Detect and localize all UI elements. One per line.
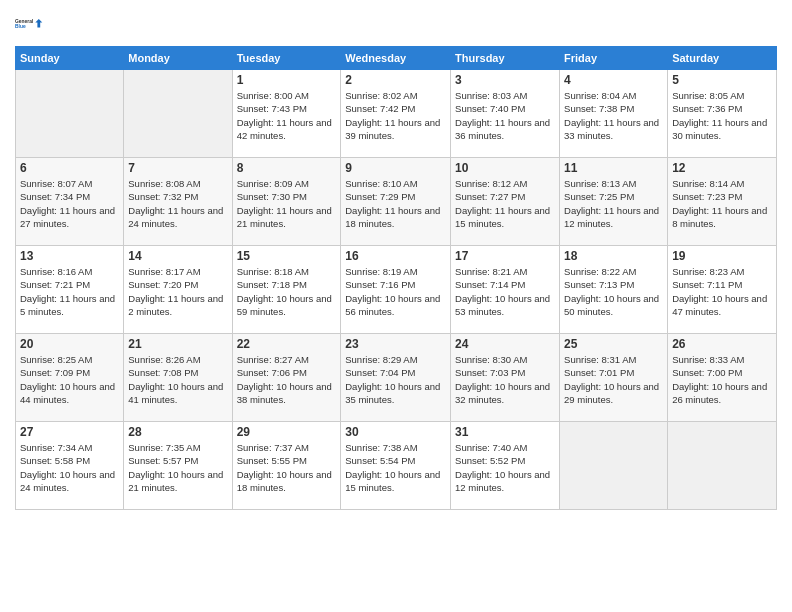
day-number: 27: [20, 425, 119, 439]
day-info: Sunrise: 8:03 AM Sunset: 7:40 PM Dayligh…: [455, 89, 555, 142]
day-info: Sunrise: 8:14 AM Sunset: 7:23 PM Dayligh…: [672, 177, 772, 230]
day-info: Sunrise: 8:09 AM Sunset: 7:30 PM Dayligh…: [237, 177, 337, 230]
day-number: 23: [345, 337, 446, 351]
calendar-cell: [16, 70, 124, 158]
day-info: Sunrise: 8:29 AM Sunset: 7:04 PM Dayligh…: [345, 353, 446, 406]
day-info: Sunrise: 8:19 AM Sunset: 7:16 PM Dayligh…: [345, 265, 446, 318]
day-info: Sunrise: 8:22 AM Sunset: 7:13 PM Dayligh…: [564, 265, 663, 318]
day-number: 29: [237, 425, 337, 439]
calendar-cell: 30Sunrise: 7:38 AM Sunset: 5:54 PM Dayli…: [341, 422, 451, 510]
calendar-cell: [560, 422, 668, 510]
calendar-cell: 18Sunrise: 8:22 AM Sunset: 7:13 PM Dayli…: [560, 246, 668, 334]
day-number: 22: [237, 337, 337, 351]
calendar-cell: 8Sunrise: 8:09 AM Sunset: 7:30 PM Daylig…: [232, 158, 341, 246]
day-number: 21: [128, 337, 227, 351]
svg-text:General: General: [15, 19, 34, 24]
weekday-header: Saturday: [668, 47, 777, 70]
day-number: 3: [455, 73, 555, 87]
calendar-cell: 21Sunrise: 8:26 AM Sunset: 7:08 PM Dayli…: [124, 334, 232, 422]
day-info: Sunrise: 8:27 AM Sunset: 7:06 PM Dayligh…: [237, 353, 337, 406]
day-info: Sunrise: 7:35 AM Sunset: 5:57 PM Dayligh…: [128, 441, 227, 494]
calendar-cell: 16Sunrise: 8:19 AM Sunset: 7:16 PM Dayli…: [341, 246, 451, 334]
day-number: 20: [20, 337, 119, 351]
day-info: Sunrise: 7:38 AM Sunset: 5:54 PM Dayligh…: [345, 441, 446, 494]
logo-icon: GeneralBlue: [15, 10, 43, 38]
logo: GeneralBlue: [15, 10, 43, 38]
day-info: Sunrise: 8:13 AM Sunset: 7:25 PM Dayligh…: [564, 177, 663, 230]
day-info: Sunrise: 8:05 AM Sunset: 7:36 PM Dayligh…: [672, 89, 772, 142]
page-header: GeneralBlue: [15, 10, 777, 38]
weekday-header: Wednesday: [341, 47, 451, 70]
svg-text:Blue: Blue: [15, 24, 26, 29]
calendar-cell: 2Sunrise: 8:02 AM Sunset: 7:42 PM Daylig…: [341, 70, 451, 158]
day-number: 14: [128, 249, 227, 263]
day-number: 25: [564, 337, 663, 351]
weekday-header: Sunday: [16, 47, 124, 70]
day-info: Sunrise: 8:21 AM Sunset: 7:14 PM Dayligh…: [455, 265, 555, 318]
day-number: 5: [672, 73, 772, 87]
day-number: 6: [20, 161, 119, 175]
day-number: 19: [672, 249, 772, 263]
calendar-cell: 15Sunrise: 8:18 AM Sunset: 7:18 PM Dayli…: [232, 246, 341, 334]
calendar-cell: 17Sunrise: 8:21 AM Sunset: 7:14 PM Dayli…: [451, 246, 560, 334]
day-info: Sunrise: 8:23 AM Sunset: 7:11 PM Dayligh…: [672, 265, 772, 318]
day-number: 11: [564, 161, 663, 175]
day-info: Sunrise: 8:10 AM Sunset: 7:29 PM Dayligh…: [345, 177, 446, 230]
day-number: 15: [237, 249, 337, 263]
day-info: Sunrise: 8:33 AM Sunset: 7:00 PM Dayligh…: [672, 353, 772, 406]
weekday-header: Monday: [124, 47, 232, 70]
day-number: 1: [237, 73, 337, 87]
calendar-cell: 6Sunrise: 8:07 AM Sunset: 7:34 PM Daylig…: [16, 158, 124, 246]
day-info: Sunrise: 8:18 AM Sunset: 7:18 PM Dayligh…: [237, 265, 337, 318]
calendar-cell: 4Sunrise: 8:04 AM Sunset: 7:38 PM Daylig…: [560, 70, 668, 158]
calendar-cell: 13Sunrise: 8:16 AM Sunset: 7:21 PM Dayli…: [16, 246, 124, 334]
day-info: Sunrise: 8:12 AM Sunset: 7:27 PM Dayligh…: [455, 177, 555, 230]
calendar-cell: 1Sunrise: 8:00 AM Sunset: 7:43 PM Daylig…: [232, 70, 341, 158]
day-number: 16: [345, 249, 446, 263]
day-info: Sunrise: 8:16 AM Sunset: 7:21 PM Dayligh…: [20, 265, 119, 318]
day-info: Sunrise: 8:08 AM Sunset: 7:32 PM Dayligh…: [128, 177, 227, 230]
day-info: Sunrise: 8:02 AM Sunset: 7:42 PM Dayligh…: [345, 89, 446, 142]
day-number: 28: [128, 425, 227, 439]
day-info: Sunrise: 7:37 AM Sunset: 5:55 PM Dayligh…: [237, 441, 337, 494]
weekday-header-row: SundayMondayTuesdayWednesdayThursdayFrid…: [16, 47, 777, 70]
calendar-cell: 29Sunrise: 7:37 AM Sunset: 5:55 PM Dayli…: [232, 422, 341, 510]
weekday-header: Friday: [560, 47, 668, 70]
calendar-cell: 23Sunrise: 8:29 AM Sunset: 7:04 PM Dayli…: [341, 334, 451, 422]
day-number: 26: [672, 337, 772, 351]
weekday-header: Tuesday: [232, 47, 341, 70]
day-info: Sunrise: 8:00 AM Sunset: 7:43 PM Dayligh…: [237, 89, 337, 142]
day-number: 18: [564, 249, 663, 263]
calendar-cell: 26Sunrise: 8:33 AM Sunset: 7:00 PM Dayli…: [668, 334, 777, 422]
day-info: Sunrise: 8:07 AM Sunset: 7:34 PM Dayligh…: [20, 177, 119, 230]
day-number: 7: [128, 161, 227, 175]
calendar-table: SundayMondayTuesdayWednesdayThursdayFrid…: [15, 46, 777, 510]
calendar-cell: 19Sunrise: 8:23 AM Sunset: 7:11 PM Dayli…: [668, 246, 777, 334]
day-info: Sunrise: 8:17 AM Sunset: 7:20 PM Dayligh…: [128, 265, 227, 318]
day-number: 8: [237, 161, 337, 175]
day-info: Sunrise: 8:25 AM Sunset: 7:09 PM Dayligh…: [20, 353, 119, 406]
day-number: 30: [345, 425, 446, 439]
calendar-cell: [124, 70, 232, 158]
calendar-week-row: 20Sunrise: 8:25 AM Sunset: 7:09 PM Dayli…: [16, 334, 777, 422]
day-number: 10: [455, 161, 555, 175]
day-info: Sunrise: 8:30 AM Sunset: 7:03 PM Dayligh…: [455, 353, 555, 406]
calendar-cell: 9Sunrise: 8:10 AM Sunset: 7:29 PM Daylig…: [341, 158, 451, 246]
calendar-week-row: 27Sunrise: 7:34 AM Sunset: 5:58 PM Dayli…: [16, 422, 777, 510]
day-number: 13: [20, 249, 119, 263]
calendar-cell: 14Sunrise: 8:17 AM Sunset: 7:20 PM Dayli…: [124, 246, 232, 334]
calendar-cell: [668, 422, 777, 510]
calendar-cell: 5Sunrise: 8:05 AM Sunset: 7:36 PM Daylig…: [668, 70, 777, 158]
day-number: 9: [345, 161, 446, 175]
calendar-cell: 22Sunrise: 8:27 AM Sunset: 7:06 PM Dayli…: [232, 334, 341, 422]
calendar-cell: 3Sunrise: 8:03 AM Sunset: 7:40 PM Daylig…: [451, 70, 560, 158]
calendar-cell: 20Sunrise: 8:25 AM Sunset: 7:09 PM Dayli…: [16, 334, 124, 422]
day-info: Sunrise: 8:04 AM Sunset: 7:38 PM Dayligh…: [564, 89, 663, 142]
day-number: 4: [564, 73, 663, 87]
day-info: Sunrise: 8:26 AM Sunset: 7:08 PM Dayligh…: [128, 353, 227, 406]
calendar-cell: 28Sunrise: 7:35 AM Sunset: 5:57 PM Dayli…: [124, 422, 232, 510]
day-info: Sunrise: 8:31 AM Sunset: 7:01 PM Dayligh…: [564, 353, 663, 406]
calendar-week-row: 6Sunrise: 8:07 AM Sunset: 7:34 PM Daylig…: [16, 158, 777, 246]
calendar-cell: 24Sunrise: 8:30 AM Sunset: 7:03 PM Dayli…: [451, 334, 560, 422]
day-number: 12: [672, 161, 772, 175]
